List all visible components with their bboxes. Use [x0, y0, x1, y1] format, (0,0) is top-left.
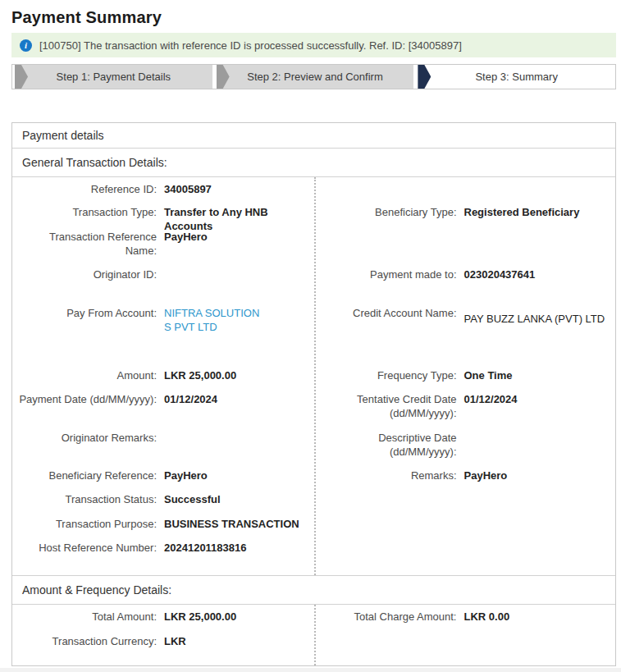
- panel-header: Payment details: [12, 123, 615, 149]
- field-value: Transfer to Any HNB Accounts: [164, 205, 314, 233]
- field-value: PayHero: [164, 469, 314, 482]
- field-value: PayHero: [464, 469, 616, 482]
- field-value: PAY BUZZ LANKA (PVT) LTD: [464, 306, 616, 326]
- step-label: Step 3: Summary: [475, 71, 557, 83]
- chevron-right-icon: [15, 65, 28, 89]
- field-label: Total Amount:: [17, 610, 157, 624]
- success-alert: i [100750] The transaction with referenc…: [11, 33, 616, 57]
- step-progress-bar: Step 1: Payment Details Step 2: Preview …: [11, 64, 616, 89]
- field-value: Registered Beneficiary: [464, 205, 616, 219]
- tab-step-2-preview-and-confirm[interactable]: Step 2: Preview and Confirm: [217, 65, 414, 89]
- field-label: Originator Remarks:: [17, 431, 157, 445]
- field-value: LKR 25,000.00: [164, 610, 314, 624]
- field-label: Beneficiary Reference:: [17, 469, 157, 482]
- field-label: Transaction Reference Name:: [17, 230, 157, 258]
- field-label: Transaction Status:: [17, 492, 157, 506]
- field-label: Host Reference Number:: [17, 541, 157, 555]
- field-label: Originator ID:: [17, 267, 157, 281]
- field-label: Payment made to:: [317, 267, 457, 281]
- field-label: Remarks:: [317, 469, 457, 482]
- field-value: 20241201183816: [164, 541, 314, 555]
- step-label: Step 1: Payment Details: [57, 71, 171, 83]
- amount-section-header: Amount & Frequency Details:: [12, 575, 615, 605]
- field-label: Pay From Account:: [17, 306, 157, 320]
- chevron-right-icon: [418, 65, 431, 89]
- field-label: Total Charge Amount:: [317, 610, 457, 624]
- field-value: LKR 25,000.00: [164, 368, 314, 382]
- field-value: 01/12/2024: [164, 392, 314, 406]
- field-label: Credit Account Name:: [317, 306, 457, 320]
- page-title: Payment Summary: [11, 8, 616, 27]
- payment-details-panel: Payment details General Transaction Deta…: [11, 122, 616, 666]
- field-value: 01/12/2024: [464, 392, 616, 406]
- field-value: One Time: [464, 368, 616, 382]
- page-bottom-strip: [0, 668, 621, 672]
- field-label: Transaction Purpose:: [17, 517, 157, 531]
- field-label: Transaction Type:: [17, 205, 157, 219]
- pay-from-account-link[interactable]: NIFTRA SOLUTION S PVT LTD: [164, 306, 269, 334]
- dotted-column-divider: [314, 177, 316, 575]
- alert-text: [100750] The transaction with reference …: [39, 39, 462, 52]
- tab-step-1-payment-details[interactable]: Step 1: Payment Details: [15, 65, 212, 89]
- field-value: BUSINESS TRANSACTION: [164, 517, 314, 531]
- field-label: Beneficiary Type:: [317, 205, 457, 219]
- field-label: Transaction Currency:: [17, 634, 157, 648]
- general-section-header: General Transaction Details:: [12, 149, 615, 177]
- field-label: Tentative Credit Date (dd/MM/yyyy):: [317, 392, 457, 420]
- page: Payment Summary i [100750] The transacti…: [0, 8, 621, 666]
- field-value: 023020437641: [464, 267, 616, 281]
- dotted-column-divider: [314, 605, 316, 665]
- field-value: LKR: [164, 634, 314, 648]
- amount-section-body: Total Amount: LKR 25,000.00 Total Charge…: [12, 605, 615, 665]
- info-icon: i: [20, 39, 32, 52]
- field-label: Descriptive Date (dd/MM/yyyy):: [317, 431, 457, 459]
- chevron-right-icon: [217, 65, 230, 89]
- tab-step-3-summary[interactable]: Step 3: Summary: [418, 65, 615, 89]
- field-label: Amount:: [17, 368, 157, 382]
- field-value: 34005897: [164, 182, 314, 196]
- step-label: Step 2: Preview and Confirm: [247, 71, 382, 83]
- field-label: Frequency Type:: [317, 368, 457, 382]
- field-label: Reference ID:: [17, 182, 157, 196]
- field-value: LKR 0.00: [464, 610, 616, 624]
- field-value: Successful: [164, 492, 314, 506]
- field-label: Payment Date (dd/MM/yyyy):: [17, 392, 157, 406]
- field-value: PayHero: [164, 230, 314, 244]
- general-section-body: Reference ID: 34005897 Transaction Type:…: [12, 177, 615, 575]
